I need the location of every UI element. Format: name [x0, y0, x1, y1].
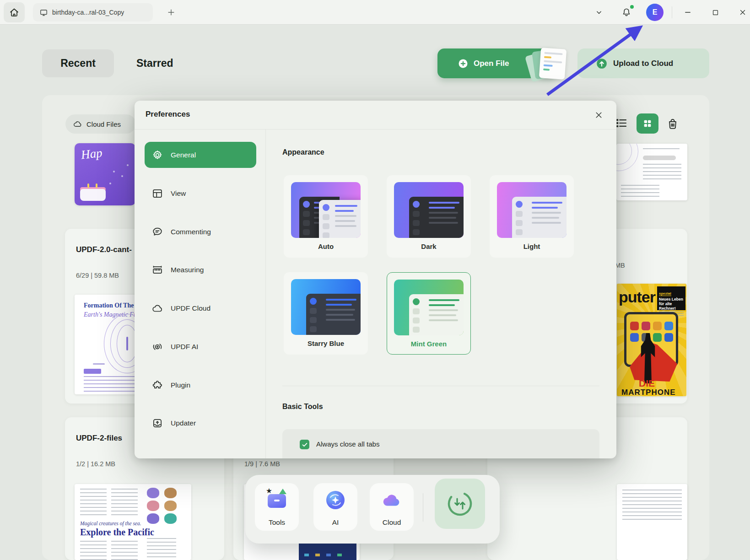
theme-label: Auto	[318, 242, 334, 250]
chevron-down-icon	[594, 8, 604, 17]
sidebar-item-label: Commenting	[171, 228, 211, 236]
sidebar-item-general[interactable]: General	[145, 142, 256, 168]
comment-bubble-icon	[151, 226, 163, 238]
check-icon	[302, 442, 308, 448]
file-thumbnail-magazine[interactable]: puter spezial Neues Leben für alte Rechn…	[617, 284, 686, 396]
sidebar-item-view[interactable]: View	[145, 180, 256, 206]
theme-option-light[interactable]: Light	[490, 175, 574, 258]
tab-recent-label: Recent	[60, 57, 96, 70]
file-meta-partial: MB	[615, 262, 625, 269]
minimize-icon	[684, 8, 692, 16]
notification-dot	[630, 5, 634, 9]
cloud-files-button[interactable]: Cloud Files	[65, 114, 136, 134]
theme-option-dark[interactable]: Dark	[387, 175, 471, 258]
dock-item-ai[interactable]: AI	[313, 483, 357, 531]
dialog-sidebar-divider	[265, 129, 266, 458]
avatar-letter: E	[653, 8, 658, 16]
bell-icon	[621, 7, 632, 18]
theme-thumbnail-starry-blue	[291, 279, 361, 335]
plus-icon	[167, 8, 176, 17]
open-file-label: Open File	[474, 59, 509, 68]
basic-tools-panel: Always close all tabs	[282, 429, 599, 458]
always-close-tabs-checkbox[interactable]	[300, 440, 309, 449]
trash-bin-button[interactable]	[665, 116, 680, 133]
upload-to-cloud-button[interactable]: Upload to Cloud	[577, 48, 709, 78]
sidebar-item-updf-ai[interactable]: UPDF AI	[145, 334, 256, 360]
upload-to-cloud-label: Upload to Cloud	[613, 59, 673, 68]
titlebar-divider	[672, 6, 672, 18]
dock-item-cloud[interactable]: Cloud	[370, 483, 414, 531]
account-avatar[interactable]: E	[646, 4, 664, 21]
list-view-button[interactable]	[615, 116, 628, 132]
close-icon	[594, 110, 604, 120]
document-tab[interactable]: birthday-ca...ral-03_Copy	[33, 3, 153, 22]
grid-view-button[interactable]	[637, 113, 658, 134]
dialog-title: Preferences	[146, 110, 190, 119]
collapse-toolbar-button[interactable]	[592, 6, 606, 19]
tab-starred-label: Starred	[136, 57, 173, 70]
gear-icon	[151, 149, 163, 161]
magazine-headline: Neues Leben für alte Rechner!	[659, 297, 684, 311]
theme-option-starry-blue[interactable]: Starry Blue	[284, 272, 368, 355]
sidebar-item-measuring[interactable]: Measuring	[145, 257, 256, 283]
file-thumbnail-article[interactable]	[616, 144, 687, 200]
home-button[interactable]	[4, 2, 25, 22]
dialog-header-divider	[135, 129, 616, 129]
ai-icon	[151, 341, 163, 353]
always-close-tabs-label: Always close all tabs	[316, 440, 379, 448]
file-meta: 1/9 | 7.6 MB	[244, 460, 280, 468]
magazine-tag: spezial	[659, 291, 671, 296]
file-title: UPDF-2.0-cant-	[76, 245, 132, 254]
doc-title: Explore the Pacific	[80, 527, 154, 538]
appearance-heading: Appearance	[282, 148, 324, 156]
papers-graphic	[526, 46, 568, 82]
notifications-button[interactable]	[620, 6, 633, 19]
theme-label: Mint Green	[411, 340, 447, 348]
minimize-button[interactable]	[681, 6, 695, 19]
dock-item-label: Cloud	[383, 518, 401, 527]
layout-icon	[151, 188, 163, 199]
theme-label: Light	[523, 242, 540, 250]
convert-button[interactable]	[435, 479, 485, 529]
file-title: UPDF-2-files	[76, 434, 122, 443]
mid-doc-image	[299, 544, 356, 560]
sidebar-item-label: UPDF Cloud	[171, 304, 210, 312]
maximize-button[interactable]	[708, 6, 722, 19]
dialog-close-button[interactable]	[593, 109, 604, 121]
sidebar-item-updater[interactable]: Updater	[145, 410, 256, 436]
theme-option-mint-green[interactable]: Mint Green	[387, 272, 471, 355]
close-icon	[739, 8, 747, 16]
magazine-bottom-text: MARTPHONE	[621, 388, 676, 396]
sidebar-item-plugin[interactable]: Plugin	[145, 372, 256, 398]
home-icon	[9, 7, 20, 18]
dock-item-tools[interactable]: ★ Tools	[255, 483, 299, 531]
new-tab-button[interactable]	[165, 6, 178, 19]
magazine-masthead: puter	[619, 288, 655, 306]
sidebar-item-label: Measuring	[171, 266, 204, 274]
ruler-icon	[151, 264, 163, 276]
section-divider	[282, 386, 599, 386]
preferences-dialog: Preferences General View Commenting Meas…	[135, 101, 616, 458]
sidebar-item-updf-cloud[interactable]: UPDF Cloud	[145, 295, 256, 321]
list-view-icon	[615, 116, 628, 130]
sidebar-item-label: Updater	[171, 419, 196, 427]
trash-bin-icon	[665, 116, 680, 131]
magazine-die-text: DIE	[639, 378, 655, 389]
theme-option-auto[interactable]: Auto	[284, 175, 368, 258]
dock-divider	[423, 493, 423, 522]
file-thumbnail-pacific[interactable]: Magical creatures of the sea. Explore th…	[75, 484, 191, 560]
file-thumbnail-right-bottom	[617, 484, 687, 560]
sidebar-item-label: General	[171, 151, 196, 159]
plus-circle-icon	[458, 58, 469, 69]
file-thumbnail-birthday[interactable]: Hap	[75, 143, 135, 205]
dock-item-label: AI	[332, 518, 339, 527]
tab-recent[interactable]: Recent	[42, 49, 114, 77]
sidebar-item-commenting[interactable]: Commenting	[145, 219, 256, 245]
cloud-files-label: Cloud Files	[86, 120, 121, 128]
tab-starred[interactable]: Starred	[136, 49, 173, 77]
maximize-icon	[712, 9, 719, 16]
grid-view-icon	[642, 118, 653, 129]
title-bar: birthday-ca...ral-03_Copy E	[0, 0, 750, 25]
cloud-icon	[381, 490, 402, 511]
close-window-button[interactable]	[736, 6, 750, 19]
